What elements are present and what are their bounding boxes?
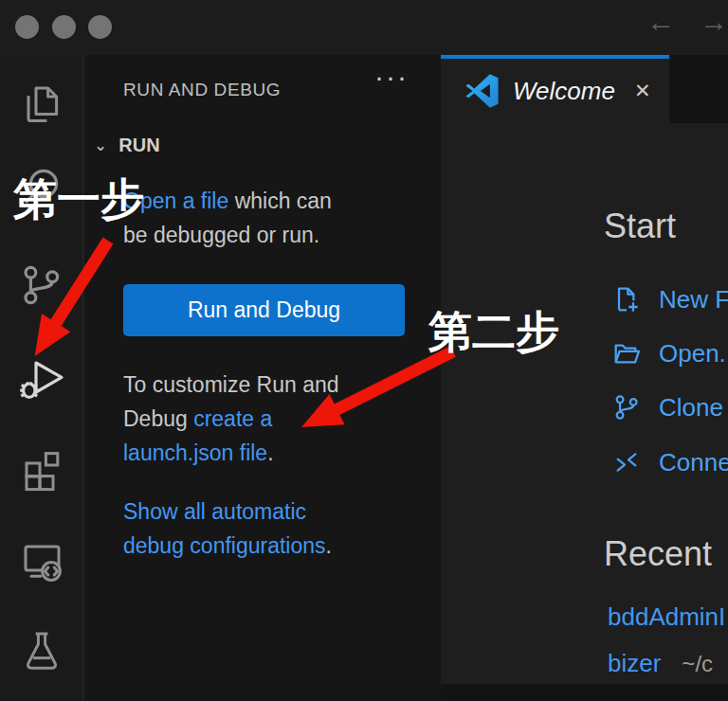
minimize-window-button[interactable] <box>52 15 76 39</box>
remote-explorer-icon[interactable] <box>15 533 68 586</box>
nav-back-icon[interactable]: ← <box>646 8 675 36</box>
clone-repo-item[interactable]: Clone <box>611 392 723 422</box>
run-section-header[interactable]: ⌄ RUN <box>94 135 160 156</box>
open-a-file-link[interactable]: Open a file <box>123 189 228 213</box>
remote-connect-icon <box>611 447 642 477</box>
zoom-window-button[interactable] <box>88 15 112 39</box>
editor-group: Welcome ✕ Start New F Open. <box>441 55 728 701</box>
recent-heading: Recent <box>604 534 712 574</box>
extensions-icon[interactable] <box>15 442 68 495</box>
new-file-icon <box>611 284 642 315</box>
close-window-button[interactable] <box>15 15 39 39</box>
show-all-configurations-link[interactable]: Show all automatic debug configurations <box>123 499 326 558</box>
show-all-period: . <box>326 533 332 558</box>
more-actions-icon[interactable]: ··· <box>374 61 409 93</box>
recent-path: ~/c <box>682 651 713 677</box>
start-heading: Start <box>604 207 676 246</box>
run-and-debug-panel: RUN AND DEBUG ··· ⌄ RUN Open a file whic… <box>84 55 441 701</box>
tab-welcome[interactable]: Welcome ✕ <box>441 55 669 123</box>
run-section-label: RUN <box>118 135 159 156</box>
customize-paragraph: To customize Run and Debug create a laun… <box>123 368 349 470</box>
clone-label: Clone <box>659 393 723 422</box>
files-icon[interactable] <box>15 78 68 131</box>
titlebar: ← → <box>0 0 728 55</box>
chevron-down-icon: ⌄ <box>94 135 107 155</box>
recent-item[interactable]: bddAdminI <box>608 602 725 632</box>
open-label: Open. <box>659 339 726 368</box>
open-file-paragraph: Open a file which can be debugged or run… <box>123 184 349 252</box>
recent-link[interactable]: bddAdminI <box>608 602 725 632</box>
run-and-debug-icon[interactable] <box>15 351 68 404</box>
git-branch-icon <box>611 392 642 422</box>
panel-title: RUN AND DEBUG <box>123 80 281 100</box>
customize-period: . <box>267 440 273 465</box>
new-file-label: New F <box>659 285 728 315</box>
new-file-item[interactable]: New F <box>611 284 728 315</box>
connect-label: Conne <box>659 448 728 477</box>
testing-icon[interactable] <box>15 623 68 676</box>
search-icon[interactable] <box>15 162 68 215</box>
close-tab-icon[interactable]: ✕ <box>634 80 651 102</box>
activity-bar <box>0 55 83 701</box>
vscode-logo-icon <box>465 74 500 108</box>
nav-forward-icon[interactable]: → <box>700 8 728 36</box>
tab-title: Welcome <box>513 77 615 106</box>
source-control-icon[interactable] <box>15 259 68 312</box>
folder-open-icon <box>611 338 642 368</box>
run-and-debug-button[interactable]: Run and Debug <box>123 284 405 336</box>
connect-to-item[interactable]: Conne <box>611 447 728 477</box>
vscode-window: ← → <box>0 0 728 701</box>
recent-link[interactable]: bizer <box>608 649 661 678</box>
show-all-paragraph: Show all automatic debug configurations. <box>123 494 349 563</box>
recent-item[interactable]: bizer ~/c <box>608 649 713 678</box>
open-item[interactable]: Open. <box>611 338 726 368</box>
welcome-page: Start New F Open. <box>441 123 728 684</box>
